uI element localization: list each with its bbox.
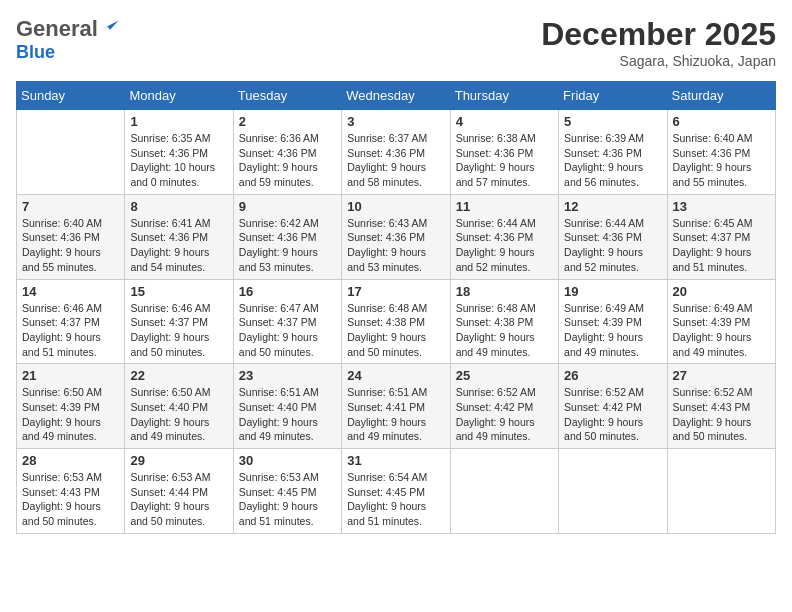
calendar-cell: 20Sunrise: 6:49 AM Sunset: 4:39 PM Dayli… [667,279,775,364]
calendar-cell: 6Sunrise: 6:40 AM Sunset: 4:36 PM Daylig… [667,110,775,195]
day-info: Sunrise: 6:53 AM Sunset: 4:44 PM Dayligh… [130,470,227,529]
day-info: Sunrise: 6:44 AM Sunset: 4:36 PM Dayligh… [456,216,553,275]
day-info: Sunrise: 6:44 AM Sunset: 4:36 PM Dayligh… [564,216,661,275]
day-number: 7 [22,199,119,214]
day-number: 20 [673,284,770,299]
week-row-2: 7Sunrise: 6:40 AM Sunset: 4:36 PM Daylig… [17,194,776,279]
day-number: 30 [239,453,336,468]
day-info: Sunrise: 6:37 AM Sunset: 4:36 PM Dayligh… [347,131,444,190]
calendar-cell [450,449,558,534]
day-info: Sunrise: 6:46 AM Sunset: 4:37 PM Dayligh… [130,301,227,360]
week-row-3: 14Sunrise: 6:46 AM Sunset: 4:37 PM Dayli… [17,279,776,364]
day-info: Sunrise: 6:35 AM Sunset: 4:36 PM Dayligh… [130,131,227,190]
weekday-header-monday: Monday [125,82,233,110]
day-info: Sunrise: 6:42 AM Sunset: 4:36 PM Dayligh… [239,216,336,275]
calendar-cell: 29Sunrise: 6:53 AM Sunset: 4:44 PM Dayli… [125,449,233,534]
day-number: 3 [347,114,444,129]
day-number: 22 [130,368,227,383]
day-info: Sunrise: 6:53 AM Sunset: 4:43 PM Dayligh… [22,470,119,529]
day-info: Sunrise: 6:40 AM Sunset: 4:36 PM Dayligh… [22,216,119,275]
calendar-cell: 27Sunrise: 6:52 AM Sunset: 4:43 PM Dayli… [667,364,775,449]
weekday-header-friday: Friday [559,82,667,110]
calendar-cell: 16Sunrise: 6:47 AM Sunset: 4:37 PM Dayli… [233,279,341,364]
calendar-cell: 18Sunrise: 6:48 AM Sunset: 4:38 PM Dayli… [450,279,558,364]
calendar-cell: 30Sunrise: 6:53 AM Sunset: 4:45 PM Dayli… [233,449,341,534]
week-row-4: 21Sunrise: 6:50 AM Sunset: 4:39 PM Dayli… [17,364,776,449]
week-row-5: 28Sunrise: 6:53 AM Sunset: 4:43 PM Dayli… [17,449,776,534]
calendar-cell [667,449,775,534]
calendar-cell: 5Sunrise: 6:39 AM Sunset: 4:36 PM Daylig… [559,110,667,195]
day-info: Sunrise: 6:45 AM Sunset: 4:37 PM Dayligh… [673,216,770,275]
day-info: Sunrise: 6:40 AM Sunset: 4:36 PM Dayligh… [673,131,770,190]
day-info: Sunrise: 6:54 AM Sunset: 4:45 PM Dayligh… [347,470,444,529]
day-number: 6 [673,114,770,129]
calendar-cell: 17Sunrise: 6:48 AM Sunset: 4:38 PM Dayli… [342,279,450,364]
calendar-cell: 31Sunrise: 6:54 AM Sunset: 4:45 PM Dayli… [342,449,450,534]
day-number: 11 [456,199,553,214]
day-info: Sunrise: 6:41 AM Sunset: 4:36 PM Dayligh… [130,216,227,275]
day-info: Sunrise: 6:48 AM Sunset: 4:38 PM Dayligh… [347,301,444,360]
day-info: Sunrise: 6:53 AM Sunset: 4:45 PM Dayligh… [239,470,336,529]
calendar-cell: 21Sunrise: 6:50 AM Sunset: 4:39 PM Dayli… [17,364,125,449]
day-number: 19 [564,284,661,299]
calendar-cell: 1Sunrise: 6:35 AM Sunset: 4:36 PM Daylig… [125,110,233,195]
day-info: Sunrise: 6:50 AM Sunset: 4:39 PM Dayligh… [22,385,119,444]
logo-general-text: General [16,16,98,42]
calendar-cell: 25Sunrise: 6:52 AM Sunset: 4:42 PM Dayli… [450,364,558,449]
day-info: Sunrise: 6:52 AM Sunset: 4:42 PM Dayligh… [564,385,661,444]
day-number: 26 [564,368,661,383]
day-info: Sunrise: 6:38 AM Sunset: 4:36 PM Dayligh… [456,131,553,190]
day-number: 24 [347,368,444,383]
day-info: Sunrise: 6:49 AM Sunset: 4:39 PM Dayligh… [673,301,770,360]
day-number: 16 [239,284,336,299]
day-info: Sunrise: 6:49 AM Sunset: 4:39 PM Dayligh… [564,301,661,360]
weekday-header-saturday: Saturday [667,82,775,110]
calendar-cell: 26Sunrise: 6:52 AM Sunset: 4:42 PM Dayli… [559,364,667,449]
calendar-cell: 11Sunrise: 6:44 AM Sunset: 4:36 PM Dayli… [450,194,558,279]
calendar-cell: 2Sunrise: 6:36 AM Sunset: 4:36 PM Daylig… [233,110,341,195]
calendar-cell: 4Sunrise: 6:38 AM Sunset: 4:36 PM Daylig… [450,110,558,195]
calendar-cell: 13Sunrise: 6:45 AM Sunset: 4:37 PM Dayli… [667,194,775,279]
calendar-cell [17,110,125,195]
calendar-cell: 24Sunrise: 6:51 AM Sunset: 4:41 PM Dayli… [342,364,450,449]
calendar-cell: 14Sunrise: 6:46 AM Sunset: 4:37 PM Dayli… [17,279,125,364]
calendar-cell: 9Sunrise: 6:42 AM Sunset: 4:36 PM Daylig… [233,194,341,279]
calendar-cell: 15Sunrise: 6:46 AM Sunset: 4:37 PM Dayli… [125,279,233,364]
day-info: Sunrise: 6:39 AM Sunset: 4:36 PM Dayligh… [564,131,661,190]
day-info: Sunrise: 6:47 AM Sunset: 4:37 PM Dayligh… [239,301,336,360]
day-info: Sunrise: 6:51 AM Sunset: 4:41 PM Dayligh… [347,385,444,444]
day-number: 25 [456,368,553,383]
day-info: Sunrise: 6:36 AM Sunset: 4:36 PM Dayligh… [239,131,336,190]
day-number: 17 [347,284,444,299]
weekday-header-thursday: Thursday [450,82,558,110]
day-info: Sunrise: 6:46 AM Sunset: 4:37 PM Dayligh… [22,301,119,360]
calendar-cell: 3Sunrise: 6:37 AM Sunset: 4:36 PM Daylig… [342,110,450,195]
calendar-cell: 19Sunrise: 6:49 AM Sunset: 4:39 PM Dayli… [559,279,667,364]
day-number: 10 [347,199,444,214]
weekday-header-row: SundayMondayTuesdayWednesdayThursdayFrid… [17,82,776,110]
day-number: 14 [22,284,119,299]
day-number: 5 [564,114,661,129]
day-number: 15 [130,284,227,299]
weekday-header-sunday: Sunday [17,82,125,110]
month-title: December 2025 [541,16,776,53]
calendar-cell: 12Sunrise: 6:44 AM Sunset: 4:36 PM Dayli… [559,194,667,279]
day-info: Sunrise: 6:50 AM Sunset: 4:40 PM Dayligh… [130,385,227,444]
day-info: Sunrise: 6:51 AM Sunset: 4:40 PM Dayligh… [239,385,336,444]
weekday-header-wednesday: Wednesday [342,82,450,110]
day-number: 21 [22,368,119,383]
day-info: Sunrise: 6:43 AM Sunset: 4:36 PM Dayligh… [347,216,444,275]
day-number: 9 [239,199,336,214]
calendar-cell: 22Sunrise: 6:50 AM Sunset: 4:40 PM Dayli… [125,364,233,449]
day-number: 28 [22,453,119,468]
day-number: 4 [456,114,553,129]
calendar-cell: 28Sunrise: 6:53 AM Sunset: 4:43 PM Dayli… [17,449,125,534]
day-number: 8 [130,199,227,214]
calendar-cell: 10Sunrise: 6:43 AM Sunset: 4:36 PM Dayli… [342,194,450,279]
logo-bird-icon [100,19,120,39]
calendar-cell [559,449,667,534]
day-number: 18 [456,284,553,299]
day-info: Sunrise: 6:52 AM Sunset: 4:42 PM Dayligh… [456,385,553,444]
day-number: 12 [564,199,661,214]
day-number: 27 [673,368,770,383]
